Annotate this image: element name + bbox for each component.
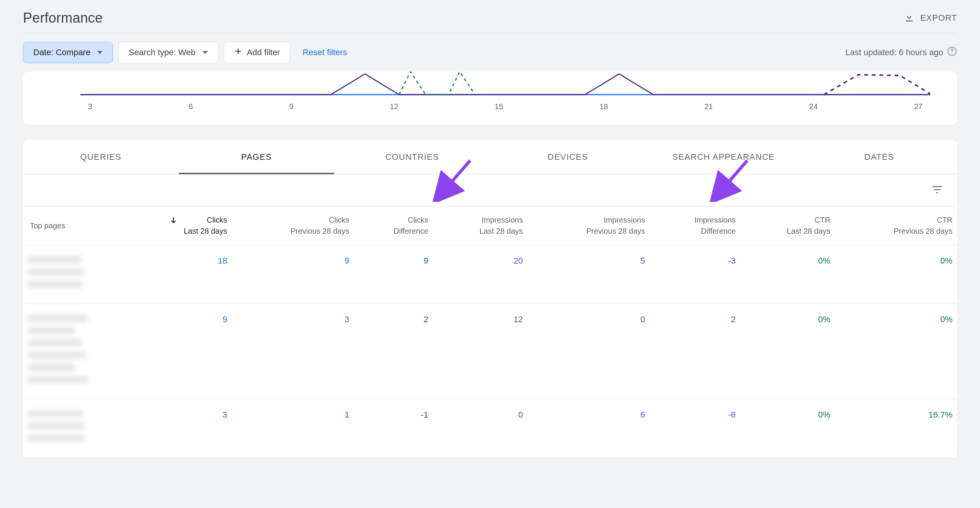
- metric-cell: 5: [528, 245, 650, 304]
- search-type-label: Search type: Web: [129, 48, 195, 57]
- tab-queries[interactable]: QUERIES: [23, 140, 179, 174]
- chart-x-tick: 3: [88, 102, 92, 111]
- metric-cell: 6: [528, 399, 650, 458]
- page-url-cell[interactable]: [23, 304, 111, 399]
- metric-cell: 16.7%: [835, 399, 957, 458]
- col-clicks-previous-28-days[interactable]: ClicksPrevious 28 days: [232, 206, 354, 245]
- metric-cell: 0%: [740, 245, 835, 304]
- metric-cell: -3: [650, 245, 740, 304]
- add-filter-label: Add filter: [247, 48, 280, 57]
- col-clicks-difference[interactable]: ClicksDifference: [354, 206, 433, 245]
- col-impressions-last-28-days[interactable]: ImpressionsLast 28 days: [433, 206, 528, 245]
- metric-cell: 9: [354, 245, 433, 304]
- annotation-arrow: [431, 156, 477, 203]
- metric-cell: 0%: [835, 245, 957, 304]
- metric-cell: 3: [111, 399, 232, 458]
- filter-icon[interactable]: [931, 184, 943, 197]
- chart-x-tick: 18: [599, 102, 608, 111]
- last-updated-text: Last updated: 6 hours ago: [845, 46, 957, 59]
- table-row[interactable]: 31-106-60%16.7%: [23, 399, 957, 458]
- metric-cell: 2: [650, 304, 740, 399]
- col-impressions-difference[interactable]: ImpressionsDifference: [650, 206, 740, 245]
- col-ctr-last-28-days[interactable]: CTRLast 28 days: [740, 206, 835, 245]
- col-top-pages[interactable]: Top pages: [23, 206, 111, 245]
- tab-pages[interactable]: PAGES: [179, 140, 335, 174]
- export-button[interactable]: EXPORT: [903, 12, 957, 25]
- add-filter-button[interactable]: Add filter: [224, 42, 291, 63]
- sort-desc-icon: [169, 216, 178, 226]
- svg-point-3: [952, 53, 952, 54]
- metric-cell: 0%: [740, 304, 835, 399]
- table-row[interactable]: 93212020%0%: [23, 304, 957, 399]
- page-url-cell[interactable]: [23, 399, 111, 458]
- last-updated-label: Last updated: 6 hours ago: [845, 48, 943, 57]
- metric-cell: 18: [111, 245, 232, 304]
- chart-x-tick: 12: [390, 102, 398, 111]
- chart-x-tick: 9: [289, 102, 294, 111]
- date-chip-label: Date: Compare: [33, 48, 90, 57]
- chart-x-tick: 21: [704, 102, 713, 111]
- download-icon: [903, 12, 915, 25]
- metric-cell: 20: [433, 245, 528, 304]
- caret-down-icon: [203, 51, 208, 54]
- metric-cell: 9: [111, 304, 232, 399]
- svg-line-6: [717, 161, 747, 195]
- reset-filters-link[interactable]: Reset filters: [302, 48, 347, 57]
- metric-cell: 9: [232, 245, 354, 304]
- help-icon[interactable]: [947, 46, 957, 59]
- annotation-arrow: [708, 156, 754, 203]
- metric-cell: 12: [433, 304, 528, 399]
- metric-cell: 0: [433, 399, 528, 458]
- performance-chart: [80, 72, 930, 98]
- page-url-cell[interactable]: [23, 245, 111, 304]
- metric-cell: 2: [354, 304, 433, 399]
- date-compare-chip[interactable]: Date: Compare: [23, 42, 113, 63]
- col-impressions-previous-28-days[interactable]: ImpressionsPrevious 28 days: [528, 206, 650, 245]
- caret-down-icon: [97, 51, 103, 54]
- tab-dates[interactable]: DATES: [801, 140, 957, 174]
- metric-cell: 0%: [835, 304, 957, 399]
- metric-cell: -1: [354, 399, 433, 458]
- metric-cell: 1: [232, 399, 354, 458]
- metric-cell: 3: [232, 304, 354, 399]
- pages-table: Top pages ClicksLast 28 daysClicksPrevio…: [23, 206, 957, 458]
- metric-cell: 0%: [740, 399, 835, 458]
- plus-icon: [234, 47, 242, 58]
- export-label: EXPORT: [920, 13, 957, 23]
- chart-x-tick: 27: [914, 102, 923, 111]
- table-row[interactable]: 1899205-30%0%: [23, 245, 957, 304]
- performance-chart-card: 369121518212427: [23, 72, 957, 125]
- chart-x-tick: 15: [495, 102, 503, 111]
- metric-cell: -6: [650, 399, 740, 458]
- tabs-row: QUERIESPAGESCOUNTRIESDEVICESSEARCH APPEA…: [23, 140, 957, 174]
- page-title: Performance: [23, 10, 103, 26]
- metric-cell: 0: [528, 304, 650, 399]
- tab-devices[interactable]: DEVICES: [490, 140, 646, 174]
- col-clicks-last-28-days[interactable]: ClicksLast 28 days: [111, 206, 232, 245]
- svg-line-5: [440, 161, 470, 195]
- search-type-chip[interactable]: Search type: Web: [118, 42, 218, 63]
- chart-x-tick: 24: [809, 102, 818, 111]
- col-ctr-previous-28-days[interactable]: CTRPrevious 28 days: [835, 206, 957, 245]
- results-card: QUERIESPAGESCOUNTRIESDEVICESSEARCH APPEA…: [23, 140, 957, 458]
- chart-x-tick: 6: [189, 102, 193, 111]
